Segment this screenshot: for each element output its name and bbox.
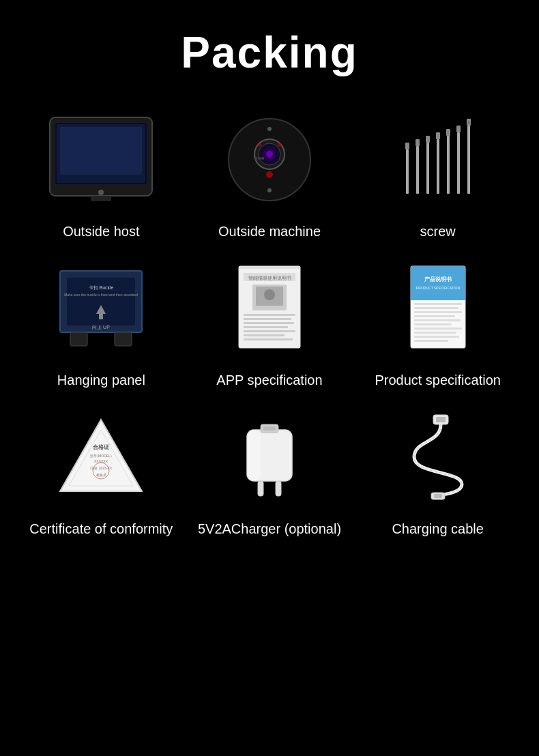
svg-point-10 <box>266 151 273 158</box>
charging-cable-label: Charging cable <box>392 520 484 538</box>
svg-rect-20 <box>467 126 470 194</box>
svg-rect-66 <box>414 319 461 321</box>
svg-rect-55 <box>244 334 285 336</box>
app-spec-image: 智能猫眼使用说明书 <box>229 261 310 356</box>
item-screw: screw <box>357 105 519 240</box>
svg-rect-89 <box>434 494 442 498</box>
outside-host-image <box>43 112 159 207</box>
svg-rect-22 <box>456 126 461 132</box>
certificate-label: Certificate of conformity <box>29 520 173 538</box>
svg-rect-42 <box>115 332 132 346</box>
outside-machine-label: Outside machine <box>218 222 321 240</box>
svg-rect-32 <box>405 143 409 149</box>
svg-rect-53 <box>244 326 288 328</box>
svg-text:PRODUCT SPECIFICATION: PRODUCT SPECIFICATION <box>416 286 460 290</box>
outside-machine-image <box>222 112 317 207</box>
svg-rect-63 <box>414 307 458 309</box>
svg-text:Make sure the buckle is fixed : Make sure the buckle is fixed and then a… <box>65 293 139 297</box>
svg-rect-54 <box>244 330 295 332</box>
items-grid: Outside host <box>14 98 525 544</box>
svg-rect-24 <box>446 129 450 136</box>
svg-point-11 <box>254 157 257 160</box>
svg-text:产品说明书: 产品说明书 <box>424 276 452 282</box>
svg-rect-26 <box>436 132 440 139</box>
certificate-image: 合格证 型号(MODEL) XXXXXX 日期: 2023-XX 检验员 <box>50 409 152 505</box>
svg-point-12 <box>258 157 261 160</box>
svg-rect-30 <box>416 139 420 146</box>
svg-rect-85 <box>247 430 261 481</box>
svg-rect-87 <box>436 417 446 422</box>
item-product-specification: 产品说明书 PRODUCT SPECIFICATION Product spec… <box>357 254 519 389</box>
svg-rect-39 <box>99 314 103 319</box>
item-app-specification: 智能猫眼使用说明书 APP specification <box>189 254 351 389</box>
svg-rect-59 <box>411 289 465 300</box>
svg-rect-84 <box>263 426 276 431</box>
svg-rect-29 <box>426 143 429 194</box>
charging-cable-image <box>394 409 482 505</box>
svg-point-17 <box>267 127 272 131</box>
svg-rect-3 <box>60 127 142 175</box>
svg-rect-51 <box>244 318 291 320</box>
outside-host-label: Outside host <box>63 222 139 240</box>
svg-rect-82 <box>276 481 281 496</box>
svg-text:向上 UP: 向上 UP <box>92 325 110 330</box>
item-charging-cable: Charging cable <box>357 403 519 538</box>
svg-rect-41 <box>70 332 87 346</box>
svg-text:智能猫眼使用说明书: 智能猫眼使用说明书 <box>248 276 291 281</box>
svg-rect-56 <box>244 338 293 340</box>
charger-label: 5V2ACharger (optional) <box>198 520 341 538</box>
svg-point-14 <box>266 171 273 178</box>
svg-point-4 <box>98 190 104 195</box>
svg-rect-5 <box>91 196 111 201</box>
svg-text:检验员: 检验员 <box>96 473 106 477</box>
svg-rect-64 <box>414 311 462 313</box>
svg-rect-71 <box>414 340 448 342</box>
screw-image <box>390 112 486 207</box>
svg-rect-70 <box>414 336 459 338</box>
svg-rect-28 <box>426 136 430 143</box>
item-certificate: 合格证 型号(MODEL) XXXXXX 日期: 2023-XX 检验员 Cer… <box>20 403 182 538</box>
svg-rect-65 <box>414 315 455 317</box>
svg-rect-25 <box>447 136 450 194</box>
svg-rect-67 <box>414 323 452 325</box>
svg-rect-23 <box>457 132 460 194</box>
svg-rect-81 <box>258 481 263 496</box>
hanging-panel-label: Hanging panel <box>57 371 145 389</box>
svg-text:合格证: 合格证 <box>93 444 110 450</box>
svg-rect-31 <box>416 146 419 194</box>
product-spec-label: Product specification <box>375 371 501 389</box>
svg-rect-50 <box>244 314 295 316</box>
item-hanging-panel: 卡扣 Buckle Make sure the buckle is fixed … <box>20 254 182 389</box>
app-spec-label: APP specification <box>216 371 322 389</box>
svg-rect-52 <box>244 322 294 324</box>
svg-point-49 <box>264 289 275 300</box>
svg-rect-68 <box>414 328 462 330</box>
svg-rect-62 <box>414 303 462 305</box>
hanging-panel-image: 卡扣 Buckle Make sure the buckle is fixed … <box>50 261 152 356</box>
item-outside-host: Outside host <box>20 105 182 240</box>
svg-point-18 <box>267 188 272 192</box>
svg-rect-69 <box>414 332 456 334</box>
svg-text:型号(MODEL): 型号(MODEL) <box>91 454 112 458</box>
svg-rect-27 <box>437 139 439 194</box>
svg-point-16 <box>278 143 282 147</box>
product-spec-image: 产品说明书 PRODUCT SPECIFICATION <box>404 261 472 356</box>
svg-point-15 <box>257 143 261 147</box>
screw-label: screw <box>420 222 456 240</box>
svg-text:卡扣 Buckle: 卡扣 Buckle <box>89 285 114 290</box>
item-charger: 5V2ACharger (optional) <box>189 403 351 538</box>
svg-rect-44 <box>239 266 300 269</box>
charger-image <box>232 409 307 505</box>
svg-rect-33 <box>406 149 409 194</box>
item-outside-machine: Outside machine <box>189 105 351 240</box>
svg-point-13 <box>261 157 264 160</box>
page-title: Packing <box>181 27 358 78</box>
